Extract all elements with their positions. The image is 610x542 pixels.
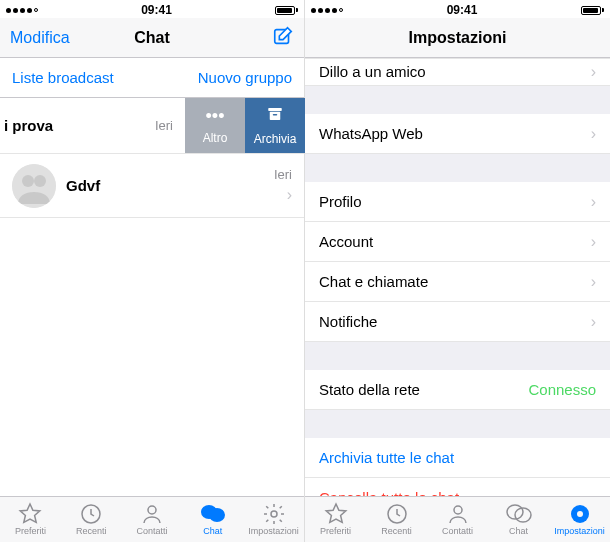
tab-label: Chat	[203, 526, 222, 536]
tab-chat[interactable]: Chat	[488, 503, 549, 536]
svg-rect-1	[268, 108, 282, 111]
battery-icon	[581, 6, 604, 15]
tab-recents[interactable]: Recenti	[366, 503, 427, 536]
archive-icon	[265, 105, 285, 128]
battery-icon	[275, 6, 298, 15]
chevron-right-icon: ›	[591, 273, 596, 291]
status-bar: 09:41	[0, 0, 304, 18]
chat-row[interactable]: Gdvf Ieri ›	[0, 154, 304, 218]
tab-settings[interactable]: Impostazioni	[549, 503, 610, 536]
svg-point-5	[22, 175, 34, 187]
chat-icon	[200, 503, 226, 525]
chat-icon	[506, 503, 532, 525]
svg-rect-2	[270, 112, 281, 120]
contact-icon	[446, 503, 470, 525]
avatar	[12, 164, 56, 208]
settings-tell-friend[interactable]: Dillo a un amico ›	[305, 58, 610, 86]
chevron-right-icon: ›	[591, 313, 596, 331]
gear-icon	[262, 503, 286, 525]
sub-bar: Liste broadcast Nuovo gruppo	[0, 58, 304, 98]
chat-time: Ieri	[274, 167, 292, 182]
settings-label: WhatsApp Web	[319, 125, 423, 142]
settings-label: Profilo	[319, 193, 362, 210]
chat-row-swiped[interactable]: i prova Ieri ••• Altro Archivia	[0, 98, 304, 154]
tab-label: Contatti	[136, 526, 167, 536]
page-title: Impostazioni	[409, 29, 507, 47]
tab-label: Preferiti	[320, 526, 351, 536]
chevron-right-icon: ›	[591, 125, 596, 143]
left-screen: 09:41 Modifica Chat Liste broadcast Nuov…	[0, 0, 305, 542]
settings-label: Archivia tutte le chat	[319, 449, 454, 466]
nav-bar: Impostazioni	[305, 18, 610, 58]
swipe-actions: ••• Altro Archivia	[185, 98, 305, 153]
svg-point-10	[209, 508, 225, 522]
new-group-button[interactable]: Nuovo gruppo	[198, 69, 292, 86]
tab-favorites[interactable]: Preferiti	[305, 503, 366, 536]
tab-recents[interactable]: Recenti	[61, 503, 122, 536]
tab-contacts[interactable]: Contatti	[427, 503, 488, 536]
tab-favorites[interactable]: Preferiti	[0, 503, 61, 536]
tab-label: Impostazioni	[554, 526, 605, 536]
tab-label: Chat	[509, 526, 528, 536]
signal-dots	[311, 8, 343, 13]
right-screen: 09:41 Impostazioni Dillo a un amico › Wh…	[305, 0, 610, 542]
broadcast-lists-button[interactable]: Liste broadcast	[12, 69, 114, 86]
tab-chat[interactable]: Chat	[182, 503, 243, 536]
star-icon	[324, 503, 348, 525]
status-time: 09:41	[447, 3, 478, 17]
status-bar: 09:41	[305, 0, 610, 18]
tab-label: Preferiti	[15, 526, 46, 536]
settings-list: Dillo a un amico › WhatsApp Web › Profil…	[305, 58, 610, 496]
svg-point-13	[454, 506, 462, 514]
chevron-right-icon: ›	[591, 233, 596, 251]
chevron-right-icon: ›	[591, 193, 596, 211]
svg-point-17	[577, 511, 583, 517]
tab-label: Recenti	[76, 526, 107, 536]
tab-label: Contatti	[442, 526, 473, 536]
svg-point-8	[148, 506, 156, 514]
tab-contacts[interactable]: Contatti	[122, 503, 183, 536]
settings-chat-calls[interactable]: Chat e chiamate ›	[305, 262, 610, 302]
page-title: Chat	[105, 29, 200, 47]
settings-whatsapp-web[interactable]: WhatsApp Web ›	[305, 114, 610, 154]
archive-button[interactable]: Archivia	[245, 98, 305, 153]
more-icon: •••	[206, 106, 225, 127]
svg-rect-3	[273, 114, 278, 116]
settings-label: Account	[319, 233, 373, 250]
gear-icon	[568, 503, 592, 525]
settings-label: Dillo a un amico	[319, 63, 426, 80]
svg-point-6	[34, 175, 46, 187]
settings-label: Cancella tutte le chat	[319, 489, 459, 496]
settings-account[interactable]: Account ›	[305, 222, 610, 262]
chat-title: i prova	[4, 117, 155, 134]
compose-icon[interactable]	[272, 25, 294, 51]
settings-label: Chat e chiamate	[319, 273, 428, 290]
tab-label: Recenti	[381, 526, 412, 536]
status-time: 09:41	[141, 3, 172, 17]
clock-icon	[79, 503, 103, 525]
settings-network-state[interactable]: Stato della rete Connesso	[305, 370, 610, 410]
settings-label: Notifiche	[319, 313, 377, 330]
contact-icon	[140, 503, 164, 525]
tab-bar: Preferiti Recenti Contatti Chat Impostaz…	[0, 496, 304, 542]
nav-bar: Modifica Chat	[0, 18, 304, 58]
star-icon	[18, 503, 42, 525]
settings-label: Stato della rete	[319, 381, 420, 398]
archive-all-chats-button[interactable]: Archivia tutte le chat	[305, 438, 610, 478]
chevron-right-icon: ›	[591, 63, 596, 81]
settings-profile[interactable]: Profilo ›	[305, 182, 610, 222]
signal-dots	[6, 8, 38, 13]
tab-settings[interactable]: Impostazioni	[243, 503, 304, 536]
tab-label: Impostazioni	[248, 526, 299, 536]
more-label: Altro	[203, 131, 228, 145]
chevron-right-icon: ›	[287, 186, 292, 204]
archive-label: Archivia	[254, 132, 297, 146]
edit-button[interactable]: Modifica	[10, 29, 70, 47]
tab-bar: Preferiti Recenti Contatti Chat Impostaz…	[305, 496, 610, 542]
delete-all-chats-button[interactable]: Cancella tutte le chat	[305, 478, 610, 496]
chat-time: Ieri	[155, 118, 173, 133]
more-button[interactable]: ••• Altro	[185, 98, 245, 153]
network-status-value: Connesso	[528, 381, 596, 398]
settings-notifications[interactable]: Notifiche ›	[305, 302, 610, 342]
svg-point-11	[271, 511, 277, 517]
